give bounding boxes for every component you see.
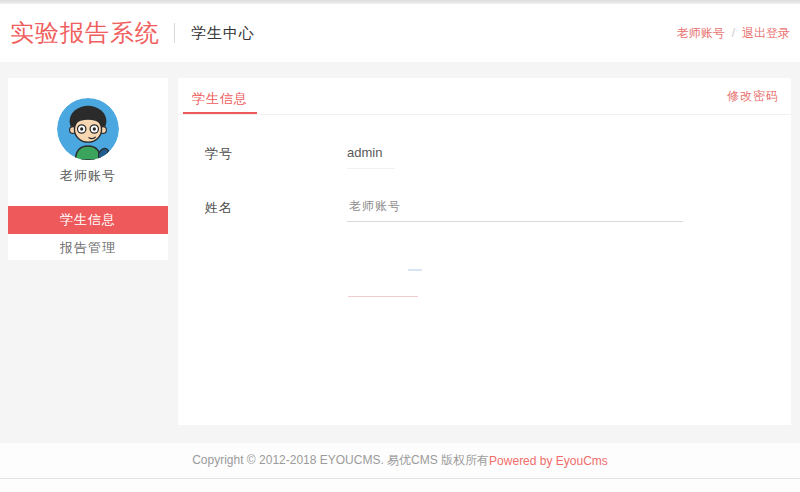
name-input[interactable] xyxy=(347,196,683,222)
footer-text-row: Copyright © 2012-2018 EYOUCMS. 易优CMS 版权所… xyxy=(0,443,800,479)
user-account-link[interactable]: 老师账号 xyxy=(677,25,725,42)
change-password-link[interactable]: 修改密码 xyxy=(727,88,779,105)
main-card: 学生信息 修改密码 学号 admin 姓名 xyxy=(178,78,791,425)
sidebar-item-report-management[interactable]: 报告管理 xyxy=(8,234,168,262)
sidebar: 老师账号 学生信息 报告管理 xyxy=(8,78,168,260)
redacted-area xyxy=(345,255,475,299)
sidebar-menu: 学生信息 报告管理 xyxy=(8,206,168,262)
sidebar-item-student-info[interactable]: 学生信息 xyxy=(8,206,168,234)
app-logo: 实验报告系统 xyxy=(10,17,160,49)
page-title: 学生中心 xyxy=(191,24,255,43)
footer: Copyright © 2012-2018 EYOUCMS. 易优CMS 版权所… xyxy=(0,443,800,492)
copyright-text: Copyright © 2012-2018 EYOUCMS. 易优CMS 版权所… xyxy=(192,452,489,469)
redacted-blue-mark xyxy=(408,269,422,271)
page: 实验报告系统 学生中心 老师账号 / 退出登录 xyxy=(0,0,800,492)
tab-bar: 学生信息 修改密码 xyxy=(178,78,791,115)
redacted-pink-mark xyxy=(348,296,418,297)
name-label: 姓名 xyxy=(205,196,347,217)
student-id-value: admin xyxy=(347,142,395,160)
header-user-links: 老师账号 / 退出登录 xyxy=(677,25,790,42)
student-id-label: 学号 xyxy=(205,142,347,163)
header-divider xyxy=(174,23,175,43)
powered-by-link[interactable]: Powered by EyouCms xyxy=(489,454,608,468)
student-id-underline xyxy=(347,168,395,169)
form-row-name: 姓名 xyxy=(205,196,791,222)
logout-link[interactable]: 退出登录 xyxy=(742,25,790,42)
header-link-separator: / xyxy=(732,26,735,40)
tab-student-info[interactable]: 学生信息 xyxy=(183,78,257,114)
student-info-form: 学号 admin 姓名 xyxy=(178,115,791,222)
avatar xyxy=(57,98,119,160)
content-area: 老师账号 学生信息 报告管理 学生信息 修改密码 学号 admin xyxy=(0,62,800,443)
header: 实验报告系统 学生中心 老师账号 / 退出登录 xyxy=(0,4,800,62)
student-id-value-wrap: admin xyxy=(347,142,395,169)
form-row-student-id: 学号 admin xyxy=(205,142,791,169)
boy-avatar-icon xyxy=(57,98,119,160)
sidebar-username: 老师账号 xyxy=(8,167,168,185)
